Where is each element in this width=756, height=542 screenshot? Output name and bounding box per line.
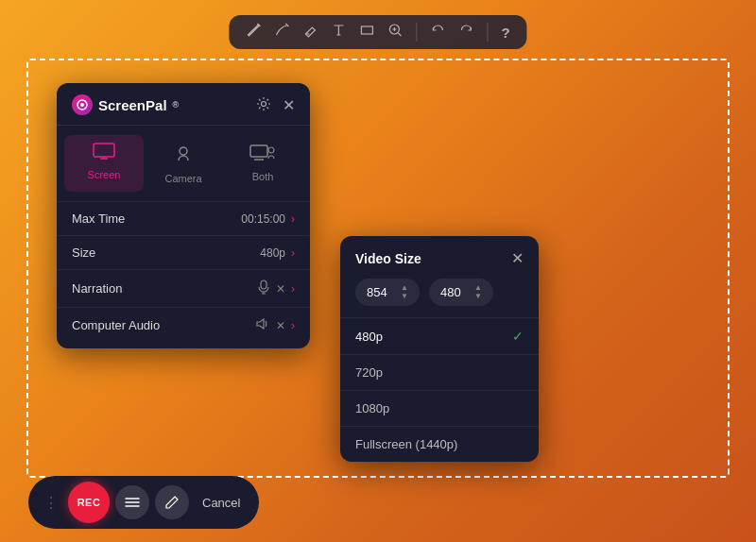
screenpal-panel: ScreenPal® ✕ Screen xyxy=(57,83,310,348)
panel-header: ScreenPal® ✕ xyxy=(57,83,310,126)
vs-option-720p[interactable]: 720p xyxy=(340,354,539,390)
width-spinner[interactable]: 854 ▲ ▼ xyxy=(355,279,420,306)
width-arrows: ▲ ▼ xyxy=(401,284,408,300)
max-time-value: 00:15:00 › xyxy=(241,212,295,226)
both-tab-label: Both xyxy=(252,171,274,182)
computer-audio-label: Computer Audio xyxy=(72,318,160,332)
screen-tab-icon xyxy=(93,143,115,164)
svg-rect-7 xyxy=(250,145,267,157)
curve-icon[interactable] xyxy=(274,23,289,42)
edit-button[interactable] xyxy=(155,485,189,519)
vs-options: 480p ✓ 720p 1080p Fullscreen (1440p) xyxy=(340,317,539,462)
size-arrow: › xyxy=(291,246,295,260)
rectangle-icon[interactable] xyxy=(359,23,374,42)
setting-max-time[interactable]: Max Time 00:15:00 › xyxy=(57,201,310,235)
vs-option-1080p-label: 1080p xyxy=(355,401,389,415)
pencil-icon[interactable] xyxy=(246,23,261,42)
svg-point-6 xyxy=(180,147,187,155)
settings-section: Max Time 00:15:00 › Size 480p › Narratio… xyxy=(57,195,310,348)
logo-text: ScreenPal xyxy=(98,97,167,113)
toolbar-divider-2 xyxy=(487,23,488,42)
zoom-icon[interactable] xyxy=(387,23,403,42)
tab-camera[interactable]: Camera xyxy=(144,135,223,192)
text-icon[interactable] xyxy=(331,23,346,42)
camera-tab-icon xyxy=(173,143,194,168)
svg-rect-9 xyxy=(261,280,266,289)
setting-size[interactable]: Size 480p › xyxy=(57,235,310,269)
height-arrows: ▲ ▼ xyxy=(474,284,482,300)
menu-button[interactable] xyxy=(115,485,149,519)
header-icons: ✕ xyxy=(256,96,295,114)
max-time-arrow: › xyxy=(291,212,295,226)
vs-header: Video Size ✕ xyxy=(340,236,539,279)
size-value: 480p › xyxy=(260,246,295,260)
rec-label: REC xyxy=(77,497,101,508)
size-label: Size xyxy=(72,246,95,260)
toolbar: ? xyxy=(229,15,526,49)
tab-screen[interactable]: Screen xyxy=(64,135,144,192)
vs-title: Video Size xyxy=(355,251,421,266)
height-up-arrow[interactable]: ▲ xyxy=(474,284,482,292)
redo-icon[interactable] xyxy=(458,23,473,42)
vs-option-480p[interactable]: 480p ✓ xyxy=(340,317,539,354)
both-tab-icon xyxy=(249,143,276,166)
settings-icon[interactable] xyxy=(256,96,271,114)
camera-tab-label: Camera xyxy=(164,173,201,184)
undo-icon[interactable] xyxy=(430,23,445,42)
eraser-icon[interactable] xyxy=(302,23,318,42)
vs-spinners: 854 ▲ ▼ 480 ▲ ▼ xyxy=(340,279,539,317)
vs-option-480p-label: 480p xyxy=(355,330,383,344)
speaker-icon xyxy=(255,317,270,333)
narration-x: ✕ xyxy=(276,282,285,296)
video-size-panel: Video Size ✕ 854 ▲ ▼ 480 ▲ ▼ 480p ✓ 720p xyxy=(340,236,539,462)
vs-option-fullscreen-label: Fullscreen (1440p) xyxy=(355,437,457,451)
mode-tabs: Screen Camera Both xyxy=(57,126,310,195)
svg-rect-0 xyxy=(361,26,372,34)
width-value: 854 xyxy=(367,285,397,299)
close-icon[interactable]: ✕ xyxy=(283,96,295,114)
grip-icon[interactable]: ⋮ xyxy=(34,494,68,512)
svg-point-3 xyxy=(80,103,84,107)
tab-both[interactable]: Both xyxy=(223,135,302,192)
audio-arrow: › xyxy=(291,319,295,332)
height-spinner[interactable]: 480 ▲ ▼ xyxy=(429,279,493,306)
width-down-arrow[interactable]: ▼ xyxy=(401,293,408,300)
audio-x: ✕ xyxy=(276,319,285,332)
rec-button[interactable]: REC xyxy=(68,482,110,523)
computer-audio-value: ✕ › xyxy=(255,317,295,333)
max-time-display: 00:15:00 xyxy=(241,212,285,226)
vs-close-icon[interactable]: ✕ xyxy=(511,249,524,267)
screen-tab-label: Screen xyxy=(88,169,121,180)
height-value: 480 xyxy=(440,285,471,299)
logo-trademark: ® xyxy=(173,100,180,110)
toolbar-divider xyxy=(416,23,417,42)
narration-label: Narration xyxy=(72,281,122,296)
vs-check-480p: ✓ xyxy=(512,329,524,344)
cancel-button[interactable]: Cancel xyxy=(189,496,253,510)
svg-point-8 xyxy=(268,147,274,153)
height-down-arrow[interactable]: ▼ xyxy=(474,293,482,300)
vs-option-720p-label: 720p xyxy=(355,365,383,380)
size-display: 480p xyxy=(260,246,285,260)
svg-point-4 xyxy=(262,101,266,106)
logo-area: ScreenPal® xyxy=(72,94,179,115)
setting-computer-audio[interactable]: Computer Audio ✕ › xyxy=(57,307,310,343)
bottom-bar: ⋮ REC Cancel xyxy=(28,476,259,529)
vs-option-1080p[interactable]: 1080p xyxy=(340,390,539,426)
vs-option-fullscreen[interactable]: Fullscreen (1440p) xyxy=(340,426,539,462)
svg-rect-5 xyxy=(94,144,114,157)
mic-icon xyxy=(257,279,270,297)
screenpal-logo-icon xyxy=(72,94,93,115)
narration-value: ✕ › xyxy=(257,279,295,297)
setting-narration[interactable]: Narration ✕ › xyxy=(57,269,310,307)
max-time-label: Max Time xyxy=(72,212,125,226)
width-up-arrow[interactable]: ▲ xyxy=(401,284,408,292)
narration-arrow: › xyxy=(291,282,295,296)
help-icon[interactable]: ? xyxy=(501,25,509,41)
